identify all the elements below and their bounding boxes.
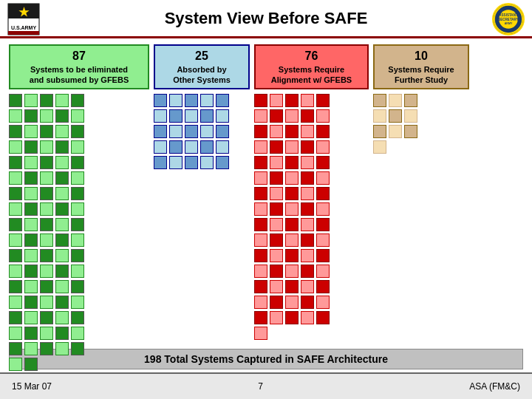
dot-row (254, 94, 369, 107)
svg-text:★: ★ (18, 6, 30, 18)
system-dot (9, 265, 22, 278)
system-dot (40, 125, 53, 138)
system-dot (270, 187, 283, 200)
system-dot (301, 265, 314, 278)
system-dot (40, 342, 53, 355)
system-dot (316, 140, 330, 154)
dot-row (373, 109, 469, 123)
green-label: Systems to be eliminatedand subsumed by … (15, 64, 143, 86)
dot-row (9, 202, 149, 216)
system-dot (285, 311, 299, 324)
system-dot (24, 280, 38, 293)
system-dot (373, 94, 386, 107)
system-dot (55, 342, 69, 355)
dot-row (9, 311, 149, 324)
system-dot (285, 296, 299, 309)
system-dot (71, 280, 84, 293)
dot-row (9, 156, 149, 169)
system-dot (285, 94, 299, 107)
red-label: Systems RequireAlignment w/ GFEBS (260, 64, 363, 86)
system-dot (316, 202, 330, 216)
system-dot (389, 125, 402, 138)
dot-row (9, 218, 149, 231)
system-dot (55, 140, 69, 154)
system-dot (373, 109, 386, 123)
system-dot (200, 125, 214, 138)
system-dot (9, 202, 22, 216)
svg-rect-4 (8, 31, 39, 35)
system-dot (270, 125, 283, 138)
system-dot (40, 140, 53, 154)
dot-row (254, 187, 369, 200)
system-dot (71, 156, 84, 169)
system-dot (254, 156, 267, 169)
system-dot (285, 171, 299, 185)
blue-count: 25 (160, 49, 244, 64)
system-dot (200, 140, 214, 154)
system-dot (9, 327, 22, 340)
system-dot (270, 296, 283, 309)
system-dot (254, 202, 267, 216)
system-dot (71, 327, 84, 340)
system-dot (24, 311, 38, 324)
dot-row (254, 233, 369, 247)
dot-row (373, 94, 469, 107)
svg-text:ARMY: ARMY (505, 22, 513, 25)
dot-row (254, 125, 369, 138)
system-dot (71, 202, 84, 216)
system-dot (301, 171, 314, 185)
system-dot (40, 94, 53, 107)
system-dot (185, 94, 198, 107)
system-dot (185, 125, 198, 138)
system-dot (316, 125, 330, 138)
system-dot (24, 327, 38, 340)
system-dot (9, 311, 22, 324)
tan-label: Systems RequireFurther Study (379, 64, 463, 86)
system-dot (216, 109, 229, 123)
system-dot (270, 156, 283, 169)
system-dot (154, 94, 167, 107)
system-dot (24, 342, 38, 355)
dot-row (254, 280, 369, 293)
system-dot (316, 218, 330, 231)
system-dot (9, 296, 22, 309)
category-green: 87 Systems to be eliminatedand subsumed … (9, 44, 149, 89)
system-dot (169, 140, 183, 154)
footer-date: 15 Mar 07 (12, 381, 52, 392)
dot-row (9, 125, 149, 138)
dot-row (9, 187, 149, 200)
system-dot (216, 140, 229, 154)
dot-row (254, 218, 369, 231)
system-dot (24, 94, 38, 107)
system-dot (55, 156, 69, 169)
system-dot (24, 218, 38, 231)
system-dot (24, 202, 38, 216)
system-dot (24, 296, 38, 309)
system-dot (154, 140, 167, 154)
svg-text:SECRETARY: SECRETARY (498, 18, 518, 21)
system-dot (200, 94, 214, 107)
svg-text:ASSISTANT: ASSISTANT (499, 13, 518, 17)
green-count: 87 (15, 49, 143, 64)
system-dot (154, 156, 167, 169)
system-dot (24, 171, 38, 185)
system-dot (301, 156, 314, 169)
system-dot (24, 156, 38, 169)
dot-row (9, 140, 149, 154)
system-dot (71, 265, 84, 278)
system-dot (55, 296, 69, 309)
system-dot (285, 202, 299, 216)
main-content: 87 Systems to be eliminatedand subsumed … (0, 38, 532, 346)
system-dot (9, 233, 22, 247)
svg-text:U.S.ARMY: U.S.ARMY (11, 25, 37, 30)
blue-label: Absorbed byOther Systems (160, 64, 244, 86)
dot-row (9, 94, 149, 107)
system-dot (71, 218, 84, 231)
system-dot (216, 94, 229, 107)
system-dot (301, 296, 314, 309)
dot-row (9, 249, 149, 262)
system-dot (169, 125, 183, 138)
system-dot (285, 218, 299, 231)
system-dot (301, 280, 314, 293)
system-dot (301, 140, 314, 154)
